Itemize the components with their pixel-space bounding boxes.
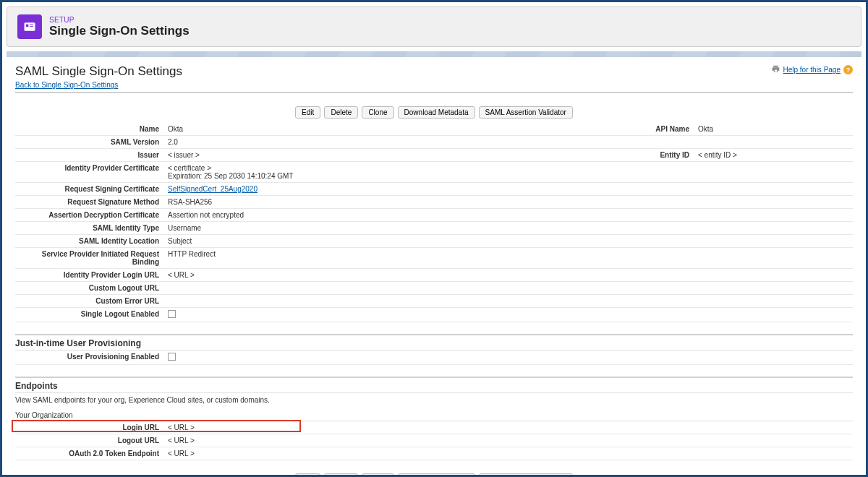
org-heading: Your Organization bbox=[15, 407, 853, 421]
delete-button[interactable]: Delete bbox=[324, 106, 358, 119]
button-row-top: Edit Delete Clone Download Metadata SAML… bbox=[15, 106, 853, 119]
custom-error-label: Custom Error URL bbox=[15, 295, 163, 308]
slo-enabled-label: Single Logout Enabled bbox=[15, 308, 163, 322]
entity-id-label: Entity ID bbox=[600, 149, 694, 162]
page-title: SAML Single Sign-On Settings bbox=[15, 64, 182, 79]
idp-cert-exp: Expiration: 25 Sep 2030 14:10:24 GMT bbox=[168, 172, 293, 180]
header-title: Single Sign-On Settings bbox=[49, 24, 190, 38]
header-eyebrow: SETUP bbox=[49, 16, 190, 24]
req-sig-method-label: Request Signature Method bbox=[15, 196, 163, 209]
logout-url-label: Logout URL bbox=[15, 434, 163, 447]
clone-button-bottom[interactable]: Clone bbox=[362, 473, 393, 477]
back-link[interactable]: Back to Single Sign-On Settings bbox=[15, 81, 118, 89]
saml-version-label: SAML Version bbox=[15, 136, 163, 149]
issuer-value: < issuer > bbox=[163, 149, 600, 162]
login-url-value: < URL > bbox=[168, 424, 195, 431]
endpoints-desc: View SAML endpoints for your org, Experi… bbox=[15, 393, 853, 407]
help-icon[interactable]: ? bbox=[843, 65, 853, 74]
edit-button-bottom[interactable]: Edit bbox=[295, 473, 320, 477]
idp-cert-cert: < certificate > bbox=[168, 164, 211, 172]
delete-button-bottom[interactable]: Delete bbox=[324, 473, 358, 477]
sp-binding-value: HTTP Redirect bbox=[163, 248, 853, 269]
jit-heading: Just-in-time User Provisioning bbox=[15, 334, 853, 351]
oauth-endpoint-value: < URL > bbox=[163, 447, 853, 460]
req-sign-cert-link[interactable]: SelfSignedCert_25Aug2020 bbox=[168, 185, 258, 193]
idp-cert-value: < certificate > Expiration: 25 Sep 2030 … bbox=[163, 162, 853, 183]
name-label: Name bbox=[15, 123, 163, 136]
svg-rect-3 bbox=[30, 26, 33, 27]
download-metadata-button[interactable]: Download Metadata bbox=[398, 106, 475, 119]
saml-version-value: 2.0 bbox=[163, 136, 853, 149]
setup-header: SETUP Single Sign-On Settings bbox=[7, 7, 861, 47]
endpoints-heading: Endpoints bbox=[15, 377, 853, 393]
edit-button[interactable]: Edit bbox=[295, 106, 320, 119]
api-name-value: Okta bbox=[694, 123, 853, 136]
sp-binding-label: Service Provider Initiated Request Bindi… bbox=[15, 248, 163, 269]
issuer-label: Issuer bbox=[15, 149, 163, 162]
svg-rect-2 bbox=[30, 25, 33, 25]
req-sign-cert-label: Request Signing Certificate bbox=[15, 183, 163, 196]
slo-enabled-checkbox bbox=[168, 310, 176, 318]
identity-type-value: Username bbox=[163, 222, 853, 235]
identity-location-label: SAML Identity Location bbox=[15, 235, 163, 248]
print-icon[interactable] bbox=[771, 64, 780, 75]
identity-location-value: Subject bbox=[163, 235, 853, 248]
jit-enabled-label: User Provisioning Enabled bbox=[15, 351, 163, 365]
saml-validator-button[interactable]: SAML Assertion Validator bbox=[479, 106, 573, 119]
idp-login-url-label: Identity Provider Login URL bbox=[15, 269, 163, 282]
name-value: Okta bbox=[163, 123, 600, 136]
identity-type-label: SAML Identity Type bbox=[15, 222, 163, 235]
req-sig-method-value: RSA-SHA256 bbox=[163, 196, 853, 209]
help-link[interactable]: Help for this Page bbox=[783, 66, 841, 74]
detail-table: Name Okta API Name Okta SAML Version 2.0… bbox=[15, 123, 853, 322]
entity-id-value: < entity ID > bbox=[694, 149, 853, 162]
asrt-decryption-value: Assertion not encrypted bbox=[163, 209, 853, 222]
oauth-endpoint-label: OAuth 2.0 Token Endpoint bbox=[15, 447, 163, 460]
clone-button[interactable]: Clone bbox=[362, 106, 393, 119]
svg-rect-1 bbox=[26, 25, 28, 27]
logout-url-value: < URL > bbox=[163, 434, 853, 447]
decor-strip bbox=[7, 51, 861, 57]
custom-logout-value bbox=[163, 282, 853, 295]
asrt-decryption-label: Assertion Decryption Certificate bbox=[15, 209, 163, 222]
custom-logout-label: Custom Logout URL bbox=[15, 282, 163, 295]
jit-enabled-checkbox bbox=[168, 353, 176, 361]
button-row-bottom: Edit Delete Clone Download Metadata SAML… bbox=[15, 473, 853, 477]
idp-cert-label: Identity Provider Certificate bbox=[15, 162, 163, 183]
login-url-label: Login URL bbox=[122, 424, 159, 431]
saml-validator-button-bottom[interactable]: SAML Assertion Validator bbox=[479, 473, 573, 477]
api-name-label: API Name bbox=[600, 123, 694, 136]
idp-login-url-value: < URL > bbox=[163, 269, 853, 282]
download-metadata-button-bottom[interactable]: Download Metadata bbox=[398, 473, 475, 477]
setup-icon bbox=[17, 14, 42, 39]
custom-error-value bbox=[163, 295, 853, 308]
